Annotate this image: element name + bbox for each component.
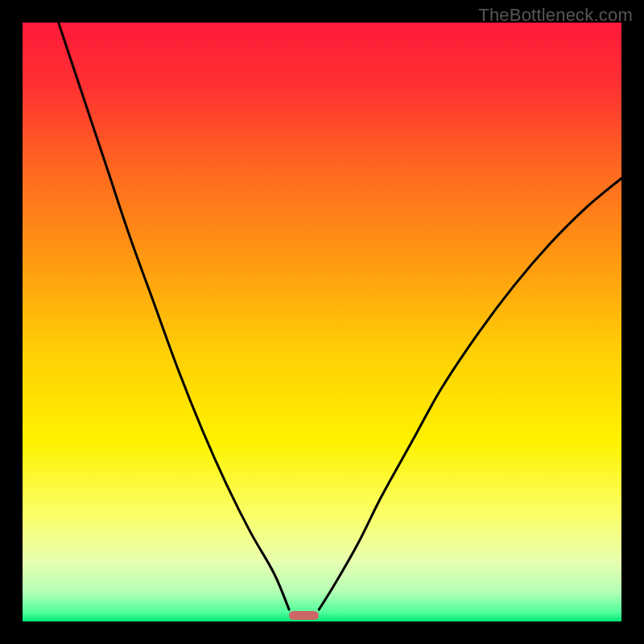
minimum-marker xyxy=(289,611,319,620)
curve-right-curve xyxy=(319,178,621,609)
watermark-text: TheBottleneck.com xyxy=(478,5,633,26)
chart-frame: TheBottleneck.com xyxy=(0,0,644,644)
bottleneck-curve xyxy=(23,23,621,621)
curve-left-curve xyxy=(59,23,289,609)
plot-area xyxy=(23,23,621,621)
